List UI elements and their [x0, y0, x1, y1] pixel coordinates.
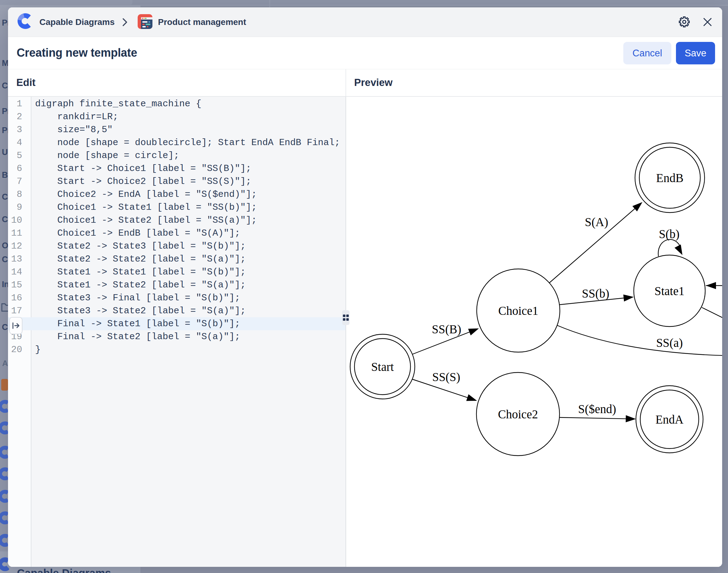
svg-text:EndA: EndA [656, 413, 684, 426]
svg-text:S(b): S(b) [659, 227, 679, 241]
svg-text:S(A): S(A) [585, 215, 608, 229]
svg-text:EndB: EndB [656, 171, 684, 185]
svg-text:Choice1: Choice1 [498, 304, 538, 317]
svg-text:SS(a): SS(a) [656, 336, 683, 350]
svg-text:SS(S): SS(S) [432, 370, 460, 384]
svg-text:SS(b): SS(b) [582, 287, 609, 300]
svg-text:Choice2: Choice2 [498, 408, 538, 421]
svg-text:State1: State1 [655, 284, 684, 298]
svg-text:S($end): S($end) [578, 402, 616, 416]
svg-text:Start: Start [371, 360, 394, 373]
svg-text:SS(B): SS(B) [432, 322, 461, 336]
